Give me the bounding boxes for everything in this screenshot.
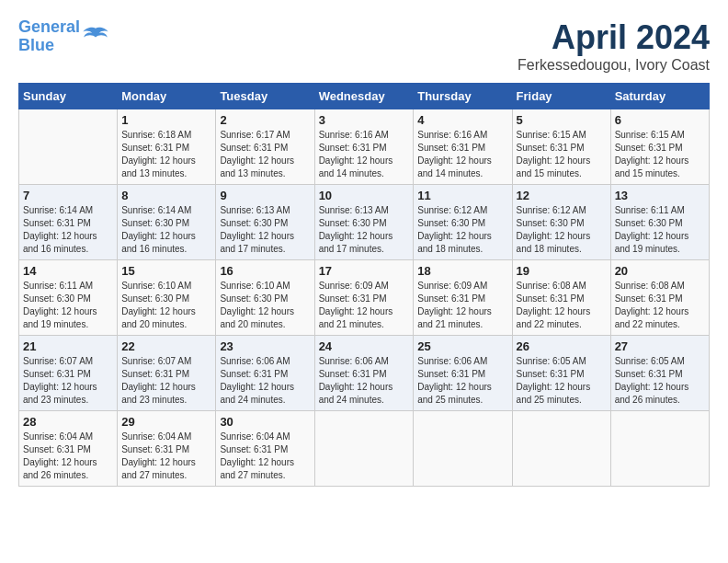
day-info: Sunrise: 6:05 AM Sunset: 6:31 PM Dayligh… — [615, 355, 705, 407]
day-info: Sunrise: 6:12 AM Sunset: 6:30 PM Dayligh… — [417, 204, 507, 256]
day-number: 18 — [417, 264, 507, 278]
day-number: 20 — [615, 264, 705, 278]
day-number: 23 — [220, 339, 310, 353]
calendar-cell: 30 Sunrise: 6:04 AM Sunset: 6:31 PM Dayl… — [216, 411, 314, 487]
calendar-cell: 15 Sunrise: 6:10 AM Sunset: 6:30 PM Dayl… — [118, 260, 216, 336]
day-info: Sunrise: 6:13 AM Sunset: 6:30 PM Dayligh… — [319, 204, 410, 256]
month-title: April 2024 — [518, 18, 710, 57]
day-info: Sunrise: 6:08 AM Sunset: 6:31 PM Dayligh… — [615, 280, 705, 331]
calendar-cell — [610, 411, 709, 487]
day-info: Sunrise: 6:04 AM Sunset: 6:31 PM Dayligh… — [220, 431, 310, 482]
day-info: Sunrise: 6:10 AM Sunset: 6:30 PM Dayligh… — [121, 280, 211, 331]
day-number: 12 — [517, 189, 607, 202]
day-info: Sunrise: 6:14 AM Sunset: 6:30 PM Dayligh… — [121, 204, 211, 256]
day-info: Sunrise: 6:13 AM Sunset: 6:30 PM Dayligh… — [220, 204, 310, 256]
day-info: Sunrise: 6:04 AM Sunset: 6:31 PM Dayligh… — [121, 431, 211, 482]
day-info: Sunrise: 6:17 AM Sunset: 6:31 PM Dayligh… — [220, 129, 310, 180]
calendar-cell: 3 Sunrise: 6:16 AM Sunset: 6:31 PM Dayli… — [314, 109, 414, 185]
day-number: 1 — [121, 113, 211, 127]
calendar-cell: 8 Sunrise: 6:14 AM Sunset: 6:30 PM Dayli… — [118, 185, 216, 260]
header-day-saturday: Saturday — [610, 84, 709, 109]
day-number: 10 — [319, 189, 410, 202]
logo: GeneralBlue — [18, 18, 109, 55]
calendar-week-row: 28 Sunrise: 6:04 AM Sunset: 6:31 PM Dayl… — [19, 411, 710, 487]
logo-bird-icon — [82, 23, 109, 51]
day-info: Sunrise: 6:16 AM Sunset: 6:31 PM Dayligh… — [417, 129, 507, 180]
day-info: Sunrise: 6:15 AM Sunset: 6:31 PM Dayligh… — [615, 129, 705, 180]
day-number: 9 — [220, 189, 310, 202]
day-info: Sunrise: 6:15 AM Sunset: 6:31 PM Dayligh… — [517, 129, 607, 180]
day-info: Sunrise: 6:09 AM Sunset: 6:31 PM Dayligh… — [417, 280, 507, 331]
calendar-cell: 22 Sunrise: 6:07 AM Sunset: 6:31 PM Dayl… — [118, 336, 216, 411]
calendar-cell: 9 Sunrise: 6:13 AM Sunset: 6:30 PM Dayli… — [216, 185, 314, 260]
header-day-wednesday: Wednesday — [314, 84, 414, 109]
calendar-cell: 18 Sunrise: 6:09 AM Sunset: 6:31 PM Dayl… — [414, 260, 512, 336]
day-info: Sunrise: 6:11 AM Sunset: 6:30 PM Dayligh… — [23, 280, 113, 331]
day-number: 22 — [121, 339, 211, 353]
day-info: Sunrise: 6:04 AM Sunset: 6:31 PM Dayligh… — [23, 431, 113, 482]
day-info: Sunrise: 6:11 AM Sunset: 6:30 PM Dayligh… — [615, 204, 705, 256]
calendar-cell — [19, 109, 118, 185]
day-info: Sunrise: 6:05 AM Sunset: 6:31 PM Dayligh… — [517, 355, 607, 407]
day-number: 3 — [319, 113, 410, 127]
day-info: Sunrise: 6:06 AM Sunset: 6:31 PM Dayligh… — [220, 355, 310, 407]
calendar-week-row: 14 Sunrise: 6:11 AM Sunset: 6:30 PM Dayl… — [19, 260, 710, 336]
calendar-cell: 11 Sunrise: 6:12 AM Sunset: 6:30 PM Dayl… — [414, 185, 512, 260]
day-number: 30 — [220, 415, 310, 429]
day-info: Sunrise: 6:07 AM Sunset: 6:31 PM Dayligh… — [121, 355, 211, 407]
day-number: 13 — [615, 189, 705, 202]
day-number: 21 — [23, 339, 113, 353]
calendar-cell: 1 Sunrise: 6:18 AM Sunset: 6:31 PM Dayli… — [118, 109, 216, 185]
day-info: Sunrise: 6:14 AM Sunset: 6:31 PM Dayligh… — [23, 204, 113, 256]
calendar-cell: 12 Sunrise: 6:12 AM Sunset: 6:30 PM Dayl… — [512, 185, 610, 260]
day-number: 6 — [615, 113, 705, 127]
calendar-cell: 29 Sunrise: 6:04 AM Sunset: 6:31 PM Dayl… — [118, 411, 216, 487]
day-info: Sunrise: 6:18 AM Sunset: 6:31 PM Dayligh… — [121, 129, 211, 180]
calendar-cell: 19 Sunrise: 6:08 AM Sunset: 6:31 PM Dayl… — [512, 260, 610, 336]
calendar-cell — [314, 411, 414, 487]
day-info: Sunrise: 6:12 AM Sunset: 6:30 PM Dayligh… — [517, 204, 607, 256]
calendar-cell: 25 Sunrise: 6:06 AM Sunset: 6:31 PM Dayl… — [414, 336, 512, 411]
day-number: 8 — [121, 189, 211, 202]
calendar-cell: 23 Sunrise: 6:06 AM Sunset: 6:31 PM Dayl… — [216, 336, 314, 411]
header-day-friday: Friday — [512, 84, 610, 109]
logo-text: GeneralBlue — [18, 18, 80, 55]
day-info: Sunrise: 6:06 AM Sunset: 6:31 PM Dayligh… — [319, 355, 410, 407]
day-number: 4 — [417, 113, 507, 127]
calendar-cell: 4 Sunrise: 6:16 AM Sunset: 6:31 PM Dayli… — [414, 109, 512, 185]
day-info: Sunrise: 6:09 AM Sunset: 6:31 PM Dayligh… — [319, 280, 410, 331]
day-number: 17 — [319, 264, 410, 278]
day-number: 26 — [517, 339, 607, 353]
day-number: 5 — [517, 113, 607, 127]
calendar-cell — [414, 411, 512, 487]
day-number: 7 — [23, 189, 113, 202]
day-number: 15 — [121, 264, 211, 278]
calendar-cell: 20 Sunrise: 6:08 AM Sunset: 6:31 PM Dayl… — [610, 260, 709, 336]
day-number: 28 — [23, 415, 113, 429]
day-info: Sunrise: 6:06 AM Sunset: 6:31 PM Dayligh… — [417, 355, 507, 407]
calendar-header-row: SundayMondayTuesdayWednesdayThursdayFrid… — [19, 84, 710, 109]
calendar-table: SundayMondayTuesdayWednesdayThursdayFrid… — [18, 83, 710, 487]
header-day-thursday: Thursday — [414, 84, 512, 109]
calendar-cell: 14 Sunrise: 6:11 AM Sunset: 6:30 PM Dayl… — [19, 260, 118, 336]
day-number: 19 — [517, 264, 607, 278]
day-number: 2 — [220, 113, 310, 127]
location-subtitle: Ferkessedougou, Ivory Coast — [518, 57, 710, 74]
day-number: 25 — [417, 339, 507, 353]
title-block: April 2024 Ferkessedougou, Ivory Coast — [518, 18, 710, 74]
day-info: Sunrise: 6:08 AM Sunset: 6:31 PM Dayligh… — [517, 280, 607, 331]
calendar-cell: 26 Sunrise: 6:05 AM Sunset: 6:31 PM Dayl… — [512, 336, 610, 411]
calendar-cell: 28 Sunrise: 6:04 AM Sunset: 6:31 PM Dayl… — [19, 411, 118, 487]
calendar-cell: 24 Sunrise: 6:06 AM Sunset: 6:31 PM Dayl… — [314, 336, 414, 411]
calendar-cell: 13 Sunrise: 6:11 AM Sunset: 6:30 PM Dayl… — [610, 185, 709, 260]
day-info: Sunrise: 6:10 AM Sunset: 6:30 PM Dayligh… — [220, 280, 310, 331]
day-number: 24 — [319, 339, 410, 353]
calendar-cell: 10 Sunrise: 6:13 AM Sunset: 6:30 PM Dayl… — [314, 185, 414, 260]
calendar-cell: 6 Sunrise: 6:15 AM Sunset: 6:31 PM Dayli… — [610, 109, 709, 185]
header-day-tuesday: Tuesday — [216, 84, 314, 109]
day-number: 11 — [417, 189, 507, 202]
calendar-cell: 21 Sunrise: 6:07 AM Sunset: 6:31 PM Dayl… — [19, 336, 118, 411]
header-day-sunday: Sunday — [19, 84, 118, 109]
header-day-monday: Monday — [118, 84, 216, 109]
day-info: Sunrise: 6:07 AM Sunset: 6:31 PM Dayligh… — [23, 355, 113, 407]
